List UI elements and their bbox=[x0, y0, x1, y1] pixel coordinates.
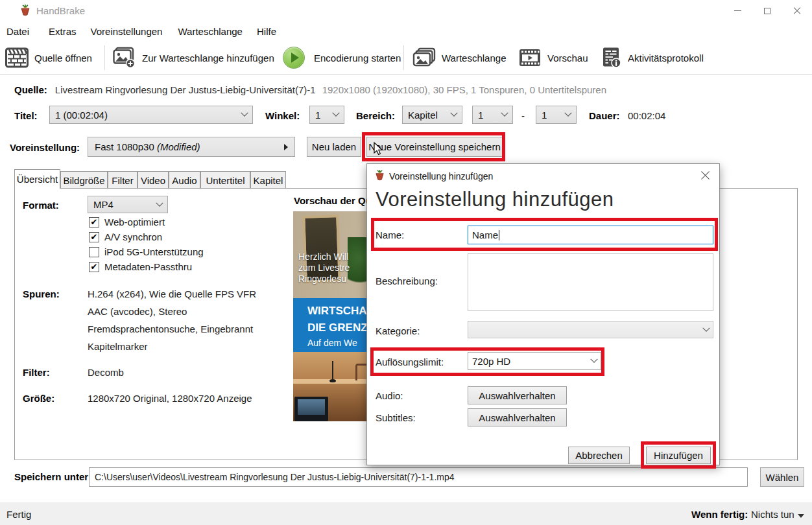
tab-untertitel[interactable]: Untertitel bbox=[200, 171, 250, 189]
resolution-limit-value: 720p HD bbox=[472, 356, 510, 367]
window-title: HandBrake bbox=[36, 5, 85, 16]
track-audio: AAC (avcodec), Stereo bbox=[88, 306, 187, 317]
subtitles-behavior-label: Auswahlverhalten bbox=[479, 412, 555, 423]
name-label: Name: bbox=[376, 229, 404, 240]
format-value: MP4 bbox=[93, 199, 113, 210]
source-label: Quelle: bbox=[14, 84, 47, 95]
description-textarea[interactable] bbox=[468, 253, 713, 311]
av-sync-checkbox[interactable] bbox=[89, 232, 99, 242]
when-done-dropdown[interactable]: Nichts tun bbox=[751, 509, 804, 520]
save-path-value: C:\Users\user\Videos\Livestream Ringvorl… bbox=[95, 472, 455, 482]
menu-voreinstellungen[interactable]: Voreinstellungen bbox=[84, 23, 169, 40]
track-video: H.264 (x264), Wie die Quelle FPS VFR bbox=[88, 288, 256, 299]
chevron-down-icon bbox=[702, 324, 710, 331]
add-to-queue-button[interactable]: Zur Warteschlange hinzufügen bbox=[112, 41, 289, 74]
chevron-down-icon bbox=[501, 110, 508, 117]
microphone bbox=[332, 361, 333, 380]
activity-log-button[interactable]: Aktivitätsprotokoll bbox=[600, 41, 704, 74]
menubar: Datei Extras Voreinstellungen Warteschla… bbox=[0, 21, 812, 41]
chevron-right-icon bbox=[284, 144, 288, 150]
tab-audio[interactable]: Audio bbox=[169, 171, 200, 189]
maximize-button[interactable] bbox=[752, 0, 782, 21]
add-to-queue-label: Zur Warteschlange hinzufügen bbox=[142, 52, 274, 64]
menu-datei[interactable]: Datei bbox=[0, 23, 36, 40]
queue-label: Warteschlange bbox=[442, 52, 507, 64]
filters-label: Filter: bbox=[23, 367, 50, 378]
title-dropdown[interactable]: 1 (00:02:04) bbox=[49, 106, 253, 124]
when-done-value: Nichts tun bbox=[751, 509, 794, 520]
range-type-dropdown[interactable]: Kapitel bbox=[402, 106, 462, 124]
open-source-label: Quelle öffnen bbox=[34, 52, 92, 64]
dialog-close-icon[interactable] bbox=[700, 170, 710, 180]
range-end-dropdown[interactable]: 1 bbox=[536, 106, 577, 124]
clapperboard-icon bbox=[5, 47, 29, 68]
name-input[interactable]: Name bbox=[468, 226, 713, 244]
preset-modified-flag: (Modified) bbox=[157, 141, 200, 152]
preview-button[interactable]: Vorschau bbox=[518, 41, 588, 74]
source-name: Livestream Ringvorlesung Der Justus-Lieb… bbox=[55, 84, 316, 95]
chevron-down-icon bbox=[332, 110, 339, 117]
category-dropdown[interactable] bbox=[468, 321, 713, 338]
save-path-input[interactable]: C:\Users\user\Videos\Livestream Ringvorl… bbox=[89, 467, 748, 487]
browse-label: Wählen bbox=[766, 472, 799, 483]
browse-button[interactable]: Wählen bbox=[760, 467, 804, 487]
preset-value: Fast 1080p30 (Modified) bbox=[95, 141, 200, 152]
laptop bbox=[294, 397, 328, 421]
handbrake-window: HandBrake Datei Extras Voreinstellungen … bbox=[0, 0, 812, 525]
tab-filter[interactable]: Filter bbox=[108, 171, 137, 189]
tab-video[interactable]: Video bbox=[137, 171, 169, 189]
when-done-label: Wenn fertig: bbox=[691, 509, 748, 520]
audio-behavior-button[interactable]: Auswahlverhalten bbox=[468, 386, 567, 404]
save-as-label: Speichern unter: bbox=[14, 471, 91, 482]
subtitles-behavior-button[interactable]: Auswahlverhalten bbox=[468, 408, 567, 426]
close-button[interactable] bbox=[782, 0, 812, 21]
size-label: Größe: bbox=[23, 393, 54, 404]
start-encode-button[interactable]: Encodierung starten bbox=[283, 41, 401, 74]
close-icon bbox=[793, 7, 801, 15]
source-row: Quelle:Livestream Ringvorlesung Der Just… bbox=[14, 84, 606, 95]
size-value: 1280x720 Original, 1280x720 Anzeige bbox=[88, 393, 252, 404]
mouse-cursor bbox=[374, 142, 384, 159]
preset-dropdown[interactable]: Fast 1080p30 (Modified) bbox=[88, 137, 295, 157]
tab-bildgroesse[interactable]: Bildgröße bbox=[60, 171, 108, 189]
dialog-title: Voreinstellung hinzufügen bbox=[389, 171, 493, 181]
menu-extras[interactable]: Extras bbox=[42, 23, 83, 40]
description-label: Beschreibung: bbox=[376, 275, 438, 286]
angle-dropdown[interactable]: 1 bbox=[309, 106, 344, 124]
add-preset-dialog: Voreinstellung hinzufügen Voreinstellung… bbox=[366, 163, 720, 465]
menu-warteschlange[interactable]: Warteschlange bbox=[171, 23, 249, 40]
save-new-preset-button[interactable]: Neue Voreinstellung speichern bbox=[366, 137, 503, 157]
ipod-support-checkbox[interactable] bbox=[89, 247, 99, 257]
range-dash: - bbox=[521, 110, 525, 121]
reload-preset-button[interactable]: Neu laden bbox=[307, 137, 361, 157]
range-start-dropdown[interactable]: 1 bbox=[472, 106, 513, 124]
metadata-passthru-checkbox[interactable] bbox=[89, 262, 99, 272]
open-source-button[interactable]: Quelle öffnen bbox=[5, 41, 92, 74]
format-dropdown[interactable]: MP4 bbox=[88, 196, 168, 213]
web-optimized-checkbox[interactable] bbox=[89, 217, 99, 228]
chevron-down-icon bbox=[590, 356, 597, 363]
cancel-button[interactable]: Abbrechen bbox=[568, 447, 630, 464]
queue-button[interactable]: Warteschlange bbox=[412, 41, 507, 74]
preview-overlay-text: zum Livestre bbox=[298, 262, 350, 274]
resolution-limit-dropdown[interactable]: 720p HD bbox=[468, 352, 601, 370]
tab-kapitel[interactable]: Kapitel bbox=[250, 171, 286, 189]
duration-label: Dauer: bbox=[589, 110, 620, 121]
dialog-heading: Voreinstellung hinzufügen bbox=[376, 188, 614, 211]
save-as-row: Speichern unter: C:\Users\user\Videos\Li… bbox=[0, 467, 812, 489]
ipod-support-label: iPod 5G-Unterstützung bbox=[104, 246, 204, 257]
queue-icon bbox=[412, 47, 436, 68]
chevron-down-icon bbox=[241, 110, 248, 117]
ipod-support-row: iPod 5G-Unterstützung bbox=[89, 246, 204, 257]
toolbar-separator bbox=[403, 45, 404, 70]
minimize-button[interactable] bbox=[722, 0, 752, 21]
resolution-limit-label: Auflösungslimit: bbox=[376, 356, 444, 368]
cancel-label: Abbrechen bbox=[575, 450, 623, 461]
menu-hilfe[interactable]: Hilfe bbox=[250, 23, 283, 40]
angle-value: 1 bbox=[315, 110, 320, 121]
tab-uebersicht[interactable]: Übersicht bbox=[14, 169, 60, 189]
chevron-down-icon bbox=[798, 514, 804, 518]
add-button[interactable]: Hinzufügen bbox=[646, 447, 711, 464]
range-type-value: Kapitel bbox=[408, 110, 438, 121]
range-start-value: 1 bbox=[478, 110, 483, 121]
